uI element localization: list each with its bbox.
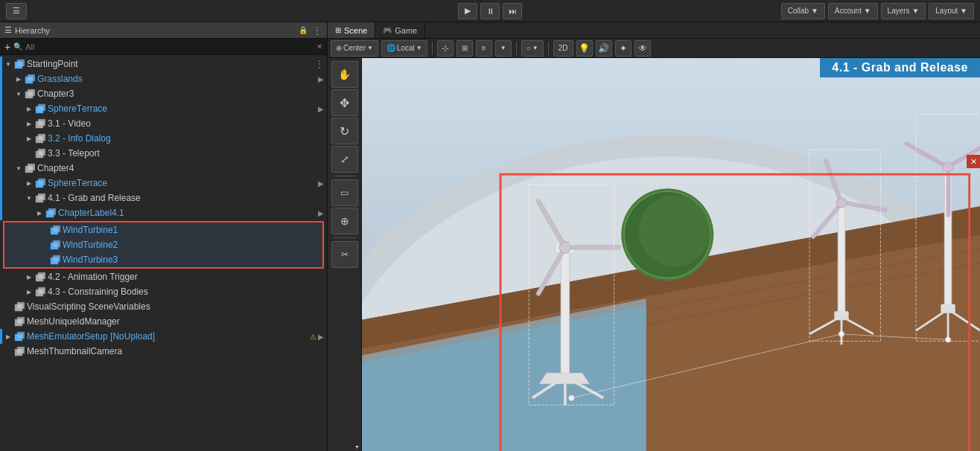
tab-game-label: Game	[395, 26, 417, 35]
hidden-btn[interactable]: 👁	[634, 40, 651, 57]
menu-dots[interactable]: ⋮	[315, 59, 324, 69]
active-bar	[0, 131, 2, 146]
svg-point-54	[639, 196, 710, 266]
close-panel-button[interactable]: ✕	[967, 155, 980, 168]
tree-item-grab-release[interactable]: 4.1 - Grab and Release	[0, 191, 327, 205]
chapter-label-text: 4.1 - Grab and Release	[832, 61, 968, 74]
tree-item-video[interactable]: 3.1 - Video	[0, 116, 327, 131]
tree-item-sphereterrace2[interactable]: SphereТerrace ▶	[0, 176, 327, 191]
arrow-sphereterrace1	[24, 103, 34, 114]
search-input[interactable]	[25, 42, 314, 51]
two-d-label: 2D	[559, 44, 568, 52]
local-dropdown[interactable]: 🌐 Local ▼	[381, 40, 427, 57]
label-sphereterrace2: SphereТerrace	[48, 178, 318, 188]
active-bar	[0, 205, 2, 220]
gizmo-btn2[interactable]: ⊞	[456, 40, 473, 57]
scale-tool[interactable]: ⤢	[331, 146, 358, 173]
tree-item-grasslands[interactable]: Grasslands ▶	[0, 71, 327, 86]
dots-icon[interactable]: ⋮	[312, 25, 322, 36]
tree-item-meshunique[interactable]: MeshUniqueIdManager	[0, 314, 327, 329]
right-arrow-meshemulator: ▶	[318, 333, 324, 341]
svg-rect-13	[38, 149, 45, 156]
hand-tool[interactable]: ✋	[331, 61, 358, 88]
wind-turbines-group: WindTurbine1 WindTurbine2	[3, 221, 324, 269]
rect-tool[interactable]: ▭	[331, 179, 358, 206]
layout-button[interactable]: Layout ▼	[929, 3, 974, 19]
label-windturbine1: WindTurbine1	[63, 225, 319, 235]
gizmo-btn4[interactable]: ▼	[495, 40, 512, 57]
transform-icon: ⊕	[340, 215, 349, 227]
warning-icon: ⚠	[310, 333, 316, 341]
tree-item-constraining[interactable]: 4.3 - Constraining Bodies	[0, 284, 327, 299]
svg-point-64	[559, 242, 570, 253]
tree-item-windturbine2[interactable]: WindTurbine2	[4, 237, 322, 252]
arrow-meshthumbnail	[3, 346, 13, 356]
svg-rect-23	[53, 226, 60, 232]
hierarchy-header: ☰ Hierarchy 🔒 ⋮	[0, 22, 327, 39]
scene-grid-icon: ⊞	[335, 26, 341, 34]
tab-game[interactable]: 🎮 Game	[375, 22, 425, 38]
pause-button[interactable]: ⏸	[480, 3, 500, 19]
label-teleport: 3.3 - Teleport	[48, 148, 324, 159]
gizmo-btn[interactable]: ⊹	[437, 40, 454, 57]
active-bar	[0, 71, 2, 86]
active-bar	[0, 86, 2, 101]
rotate-tool[interactable]: ↻	[331, 118, 358, 144]
tab-scene[interactable]: ⊞ Scene	[328, 22, 375, 38]
render-mode-btn[interactable]: ○ ▼	[521, 40, 544, 57]
active-bar	[0, 146, 2, 161]
local-icon: 🌐	[386, 44, 395, 52]
collab-button[interactable]: Collab ▼	[781, 3, 825, 19]
label-chapter4: Chapter4	[37, 163, 324, 173]
game-icon: 🎮	[383, 26, 392, 34]
center-icon: ⊕	[336, 44, 342, 52]
arrow-infodialog	[24, 133, 34, 144]
effects-btn[interactable]: ✦	[615, 40, 631, 57]
tab-scene-label: Scene	[344, 26, 367, 35]
hamburger-menu[interactable]: ☰	[6, 3, 27, 19]
step-button[interactable]: ⏭	[503, 3, 522, 19]
tree-item-meshthumbnail[interactable]: MeshThumbnailCamera	[0, 344, 327, 359]
tree-item-chapter4[interactable]: Chapter4	[0, 161, 327, 176]
active-bar	[0, 161, 2, 176]
move-tool[interactable]: ✥	[331, 89, 358, 116]
gizmo-btn3[interactable]: ≡	[476, 40, 492, 57]
tree-item-animation-trigger[interactable]: 4.2 - Animation Trigger	[0, 269, 327, 284]
svg-point-88	[569, 395, 575, 401]
tree-item-teleport[interactable]: 3.3 - Teleport	[0, 146, 327, 161]
clear-search-icon[interactable]: ✕	[316, 42, 322, 51]
two-d-btn[interactable]: 2D	[553, 40, 573, 57]
tree-item-windturbine3[interactable]: WindTurbine3	[4, 252, 322, 267]
tree-item-infodialog[interactable]: 3.2 - Info Dialog	[0, 131, 327, 146]
extra-tool[interactable]: ✂ ▼	[331, 241, 358, 268]
account-button[interactable]: Account ▼	[828, 3, 878, 19]
audio-btn[interactable]: 🔊	[596, 40, 612, 57]
label-startingpoint: StartingPoint	[27, 59, 315, 69]
scene-area: ⊞ Scene 🎮 Game ⊕ Center ▼ 🌐 Local ▼ ⊹ ⊞	[328, 22, 980, 451]
transform-tool[interactable]: ⊕	[331, 208, 358, 234]
tree-item-visualscripting[interactable]: VisualScripting SceneVariables	[0, 299, 327, 314]
tree-item-meshemulator[interactable]: MeshEmulatorSetup [NoUpload] ⚠ ▶	[0, 329, 327, 344]
layers-button[interactable]: Layers ▼	[881, 3, 926, 19]
center-chevron: ▼	[367, 45, 373, 51]
tree-item-windturbine1[interactable]: WindTurbine1	[4, 223, 322, 237]
local-label: Local	[397, 44, 415, 52]
tree-item-startingpoint[interactable]: StartingPoint ⋮	[0, 57, 327, 71]
light-btn[interactable]: 💡	[576, 40, 593, 57]
cube-icon-video	[34, 118, 46, 129]
center-dropdown[interactable]: ⊕ Center ▼	[331, 40, 378, 57]
tree-item-chapter3[interactable]: Chapter3	[0, 86, 327, 101]
add-icon[interactable]: +	[4, 41, 10, 53]
arrow-meshemulator	[3, 331, 13, 342]
label-chapter3: Chapter3	[37, 89, 324, 99]
arrow-visualscripting	[3, 301, 13, 312]
extra-icon: ✂	[341, 249, 349, 260]
tree-item-chapterlabel41[interactable]: ChapterLabel4.1 ▶	[0, 205, 327, 220]
right-arrow-grasslands: ▶	[318, 75, 324, 83]
tree-area: StartingPoint ⋮ Grasslands ▶	[0, 55, 327, 451]
tree-item-sphereterrace1[interactable]: SphereТerrace ▶	[0, 101, 327, 116]
svg-point-90	[945, 337, 951, 343]
svg-rect-11	[38, 134, 45, 141]
play-button[interactable]: ▶	[458, 3, 477, 19]
chapter-label-overlay: 4.1 - Grab and Release	[820, 58, 980, 77]
